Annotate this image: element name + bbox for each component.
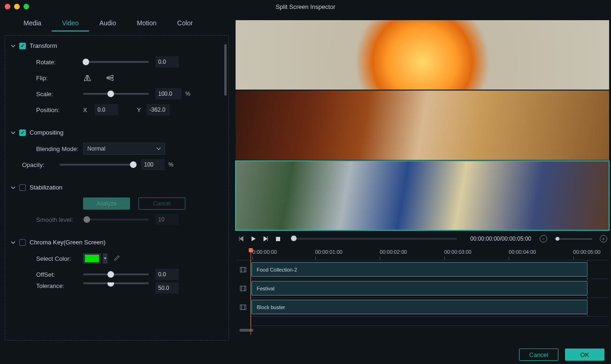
smooth-input[interactable] bbox=[155, 214, 179, 225]
tab-video[interactable]: Video bbox=[52, 15, 89, 31]
chromakey-checkbox[interactable] bbox=[19, 239, 26, 246]
ruler-mark: 00:00:05:00 bbox=[573, 249, 601, 255]
eyedropper-icon[interactable] bbox=[112, 254, 121, 263]
play-icon[interactable] bbox=[250, 235, 257, 243]
scrollbar[interactable] bbox=[224, 44, 227, 96]
flip-label: Flip: bbox=[36, 75, 83, 82]
blending-mode-select[interactable]: Normal bbox=[83, 143, 165, 155]
chevron-down-icon bbox=[11, 44, 15, 48]
flip-horizontal-icon[interactable] bbox=[83, 74, 92, 82]
stop-icon[interactable] bbox=[274, 235, 282, 243]
preview-pane-3[interactable] bbox=[236, 161, 609, 230]
window-title: Split Screen Inspector bbox=[275, 3, 335, 10]
offset-slider[interactable] bbox=[83, 273, 149, 275]
step-back-icon[interactable] bbox=[237, 235, 245, 243]
color-dropdown[interactable] bbox=[103, 253, 107, 264]
stabilization-cancel-button[interactable]: Cancel bbox=[138, 197, 185, 210]
step-forward-icon[interactable] bbox=[262, 235, 269, 243]
timeline: 0:00:00:00 00:00:01:00 00:00:02:00 00:00… bbox=[236, 247, 609, 345]
ruler-mark: 00:00:03:00 bbox=[444, 249, 472, 255]
chevron-down-icon bbox=[156, 147, 161, 150]
zoom-in-icon[interactable]: + bbox=[600, 235, 607, 243]
ok-button[interactable]: OK bbox=[565, 349, 604, 361]
blending-label: Blending Mode: bbox=[36, 145, 83, 152]
compositing-checkbox[interactable] bbox=[19, 129, 26, 136]
timeline-horizontal-scrollbar[interactable] bbox=[239, 329, 605, 333]
opacity-suffix: % bbox=[168, 161, 174, 168]
position-x-input[interactable] bbox=[95, 104, 118, 115]
svg-rect-0 bbox=[276, 237, 280, 241]
clip[interactable]: Festival bbox=[252, 281, 588, 296]
inspector-panel: Media Video Audio Motion Color Transform bbox=[0, 13, 234, 345]
tab-motion[interactable]: Motion bbox=[127, 15, 167, 31]
ruler-mark: 00:00:02:00 bbox=[380, 249, 407, 255]
scale-slider[interactable] bbox=[83, 93, 149, 95]
section-transform: Transform Rotate: Flip: bbox=[8, 40, 226, 122]
offset-input[interactable] bbox=[155, 269, 179, 280]
titlebar: Split Screen Inspector bbox=[0, 0, 611, 13]
preview-pane-1[interactable] bbox=[236, 20, 609, 90]
tab-media[interactable]: Media bbox=[13, 15, 52, 31]
timeline-track: Block buster bbox=[236, 298, 609, 317]
opacity-slider[interactable] bbox=[60, 164, 135, 166]
opacity-input[interactable] bbox=[141, 159, 165, 170]
section-compositing-header[interactable]: Compositing bbox=[8, 127, 226, 141]
chevron-down-icon bbox=[11, 130, 15, 135]
playback-bar: 00:00:00:00/00:00:05:00 − + bbox=[236, 230, 609, 247]
window-zoom-button[interactable] bbox=[23, 4, 29, 9]
inspector-tabs: Media Video Audio Motion Color bbox=[5, 15, 229, 35]
rotate-slider[interactable] bbox=[83, 61, 149, 63]
cancel-button[interactable]: Cancel bbox=[519, 349, 558, 361]
scale-label: Scale: bbox=[36, 91, 83, 98]
smooth-slider[interactable] bbox=[83, 219, 149, 220]
select-color-label: Select Color: bbox=[36, 255, 83, 262]
video-track-icon bbox=[240, 285, 246, 292]
compositing-title: Compositing bbox=[30, 129, 63, 136]
position-label: Position: bbox=[36, 106, 83, 114]
clip-label: Festival bbox=[257, 286, 275, 291]
transform-title: Transform bbox=[30, 42, 57, 49]
blending-mode-value: Normal bbox=[87, 145, 106, 152]
clip[interactable]: Block buster bbox=[252, 300, 588, 314]
clip[interactable]: Food Collection-2 bbox=[252, 262, 588, 277]
position-x-label: X bbox=[83, 106, 87, 114]
position-y-input[interactable] bbox=[146, 104, 170, 115]
stabilization-checkbox[interactable] bbox=[19, 184, 26, 191]
tab-audio[interactable]: Audio bbox=[89, 15, 127, 31]
window-minimize-button[interactable] bbox=[14, 4, 20, 9]
playback-slider[interactable] bbox=[291, 238, 457, 240]
timeline-ruler[interactable]: 0:00:00:00 00:00:01:00 00:00:02:00 00:00… bbox=[236, 247, 609, 260]
section-stabilization-header[interactable]: Stabilization bbox=[8, 182, 226, 196]
preview-panel: 00:00:00:00/00:00:05:00 − + 0:00:00:00 0… bbox=[234, 13, 611, 345]
scale-input[interactable] bbox=[155, 88, 182, 99]
section-transform-header[interactable]: Transform bbox=[8, 40, 226, 54]
zoom-slider[interactable] bbox=[555, 238, 592, 240]
stabilization-title: Stabilization bbox=[30, 184, 62, 191]
zoom-out-icon[interactable]: − bbox=[540, 235, 547, 243]
section-stabilization: Stabilization Analyze Cancel Smooth leve… bbox=[8, 182, 226, 232]
tolerance-slider[interactable] bbox=[83, 282, 149, 284]
rotate-input[interactable] bbox=[155, 56, 179, 68]
playhead[interactable] bbox=[251, 248, 251, 335]
rotate-label: Rotate: bbox=[36, 59, 83, 66]
svg-rect-1 bbox=[240, 267, 246, 272]
video-track-icon bbox=[240, 266, 246, 273]
opacity-label: Opacity: bbox=[22, 161, 60, 168]
flip-vertical-icon[interactable] bbox=[106, 74, 114, 82]
scale-suffix: % bbox=[185, 91, 191, 97]
tolerance-input[interactable] bbox=[155, 282, 179, 294]
dialog-footer: Cancel OK bbox=[0, 345, 611, 364]
transform-checkbox[interactable] bbox=[19, 43, 26, 49]
preview-pane-2[interactable] bbox=[236, 91, 609, 160]
svg-rect-7 bbox=[240, 305, 246, 310]
chevron-down-icon bbox=[11, 185, 15, 190]
analyze-button[interactable]: Analyze bbox=[83, 197, 130, 210]
tab-color[interactable]: Color bbox=[167, 15, 203, 31]
window-close-button[interactable] bbox=[5, 4, 10, 9]
ruler-mark: 00:00:01:00 bbox=[315, 249, 343, 255]
color-swatch[interactable] bbox=[83, 253, 101, 264]
video-track-icon bbox=[240, 304, 246, 311]
section-chromakey-header[interactable]: Chroma Key(Green Screen) bbox=[8, 237, 226, 250]
smooth-label: Smooth level: bbox=[36, 216, 83, 223]
timecode: 00:00:00:00/00:00:05:00 bbox=[470, 235, 531, 242]
